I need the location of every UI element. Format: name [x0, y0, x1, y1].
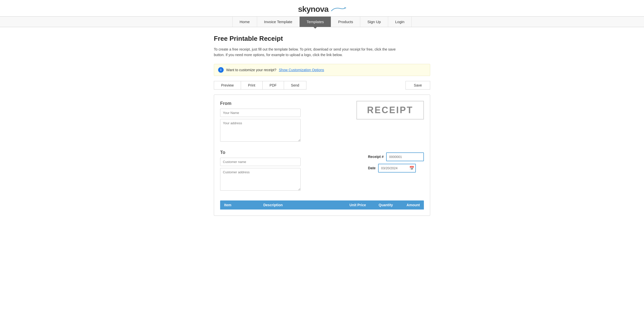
your-address-input[interactable] [220, 119, 301, 142]
col-quantity-header: Quantity [369, 203, 395, 207]
to-label: To [220, 150, 358, 155]
nav-login[interactable]: Login [388, 17, 412, 27]
nav-signup[interactable]: Sign Up [360, 17, 388, 27]
receipt-number-row: Receipt # [368, 152, 424, 161]
print-button[interactable]: Print [241, 81, 263, 90]
customer-address-input[interactable] [220, 168, 301, 191]
col-price-header: Unit Price [337, 203, 369, 207]
date-row: Date 📅 [368, 164, 424, 173]
customize-text: Want to customize your receipt? [226, 68, 276, 72]
mid-section: To Receipt # Date 📅 [220, 150, 424, 196]
receipt-meta: Receipt # Date 📅 [368, 150, 424, 173]
from-label: From [220, 101, 356, 106]
pdf-button[interactable]: PDF [263, 81, 284, 90]
receipt-number-input[interactable] [386, 152, 424, 161]
send-button[interactable]: Send [284, 81, 307, 90]
form-top: From RECEIPT [220, 101, 424, 142]
receipt-title: RECEIPT [356, 101, 424, 119]
from-section: From [220, 101, 356, 142]
customer-name-input[interactable] [220, 158, 301, 166]
logo-text: skynova [298, 5, 328, 14]
col-amount-header: Amount [395, 203, 424, 207]
to-section: To [220, 150, 358, 196]
main-nav: Home Invoice Template Templates Products… [0, 16, 644, 27]
preview-button[interactable]: Preview [214, 81, 241, 90]
your-name-input[interactable] [220, 109, 301, 117]
col-description-header: Description [261, 203, 337, 207]
receipt-form: From RECEIPT To Receipt # [214, 95, 430, 216]
nav-products[interactable]: Products [331, 17, 360, 27]
items-table-header: Item Description Unit Price Quantity Amo… [220, 200, 424, 210]
date-input[interactable] [378, 164, 416, 173]
action-bar: Preview Print PDF Send Save [214, 81, 430, 90]
nav-templates[interactable]: Templates [300, 17, 331, 27]
logo-swoosh-icon [331, 7, 346, 12]
page-title: Free Printable Receipt [214, 35, 430, 43]
receipt-number-label: Receipt # [368, 155, 384, 159]
to-fields [220, 158, 358, 191]
date-input-wrapper: 📅 [378, 164, 416, 173]
nav-home[interactable]: Home [232, 17, 257, 27]
page-description: To create a free receipt, just fill out … [214, 47, 430, 58]
page-content: Free Printable Receipt To create a free … [209, 27, 435, 223]
header: skynova [0, 0, 644, 16]
save-button[interactable]: Save [406, 81, 430, 90]
customization-link[interactable]: Show Customization Options [279, 68, 324, 72]
info-icon: i [218, 67, 224, 73]
col-item-header: Item [220, 203, 261, 207]
date-label: Date [368, 166, 376, 170]
customize-banner: i Want to customize your receipt? Show C… [214, 64, 430, 76]
nav-invoice-template[interactable]: Invoice Template [257, 17, 300, 27]
